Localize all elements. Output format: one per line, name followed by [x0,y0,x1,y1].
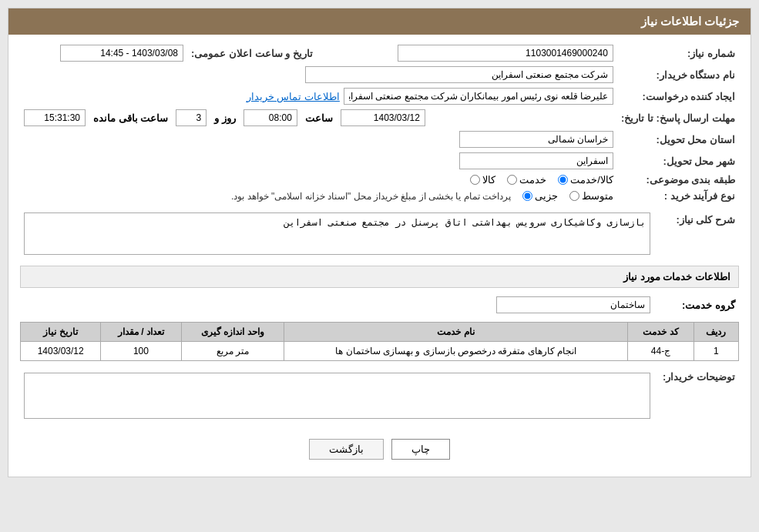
category-label: طبقه بندی موضوعی: [617,172,739,188]
col-row: ردیف [694,323,738,342]
purchase-option-minor[interactable]: جزیی [522,190,558,202]
table-row: 1 ج-44 انجام کارهای متفرقه درخصوص بازساز… [21,342,739,361]
page-header: جزئیات اطلاعات نیاز [8,8,751,35]
deadline-remaining-label: ساعت باقی مانده [93,112,168,124]
buyer-name-label: نام دستگاه خریدار: [617,64,739,85]
service-group-input[interactable] [496,296,650,313]
services-section-title: اطلاعات خدمات مورد نیاز [20,266,739,288]
deadline-days-input[interactable] [176,109,207,126]
action-buttons: چاپ بازگشت [20,430,739,469]
announcement-input[interactable] [60,45,183,62]
col-date: تاریخ نیاز [21,323,101,342]
service-group-label: گروه خدمت: [654,294,739,316]
need-description-label: شرح کلی نیاز: [676,214,735,226]
print-button[interactable]: چاپ [391,439,450,460]
buyer-name-input[interactable] [305,66,613,83]
deadline-days-label: روز و [214,112,236,124]
back-button[interactable]: بازگشت [309,439,384,460]
creator-label: ایجاد کننده درخواست: [617,85,739,107]
province-input[interactable] [459,131,613,148]
buyer-notes-label: توضیحات خریدار: [663,371,735,383]
purchase-option-medium[interactable]: متوسط [569,190,613,202]
province-label: استان محل تحویل: [617,129,739,150]
services-table: ردیف کد خدمت نام خدمت واحد اندازه گیری ت… [20,322,739,361]
col-unit: واحد اندازه گیری [181,323,284,342]
cell-name: انجام کارهای متفرقه درخصوص بازسازی و بهس… [284,342,628,361]
cell-code: ج-44 [628,342,694,361]
deadline-label: مهلت ارسال پاسخ: تا تاریخ: [617,107,739,129]
deadline-time-input[interactable] [243,109,297,126]
need-number-label: شماره نیاز: [617,42,739,64]
city-label: شهر محل تحویل: [617,150,739,172]
category-option-service[interactable]: خدمت [507,174,546,186]
need-number-input[interactable] [398,45,613,62]
cell-row: 1 [694,342,738,361]
creator-input[interactable] [344,88,613,105]
deadline-date-input[interactable] [341,109,425,126]
need-description-textarea[interactable]: بازسازی وکاشیکاری سرویس بهداشتی اتاق پرس… [24,212,650,255]
purchase-notice: پرداخت تمام یا بخشی از مبلغ خریداز محل "… [231,191,511,202]
contact-link[interactable]: اطلاعات تماس خریدار [247,91,340,102]
buyer-notes-textarea[interactable] [24,373,650,419]
page-title: جزئیات اطلاعات نیاز [641,15,739,28]
cell-unit: متر مربع [181,342,284,361]
cell-date: 1403/03/12 [21,342,101,361]
deadline-time-label: ساعت [305,112,333,124]
announcement-label: تاریخ و ساعت اعلان عمومی: [187,42,317,64]
col-code: کد خدمت [628,323,694,342]
cell-quantity: 100 [101,342,181,361]
city-input[interactable] [459,152,613,169]
category-option-goods[interactable]: کالا [470,174,495,186]
deadline-remaining-input[interactable] [24,109,86,126]
col-quantity: تعداد / مقدار [101,323,181,342]
purchase-type-label: نوع فرآیند خرید : [617,188,739,204]
col-name: نام خدمت [284,323,628,342]
category-option-goods-service[interactable]: کالا/خدمت [558,174,613,186]
